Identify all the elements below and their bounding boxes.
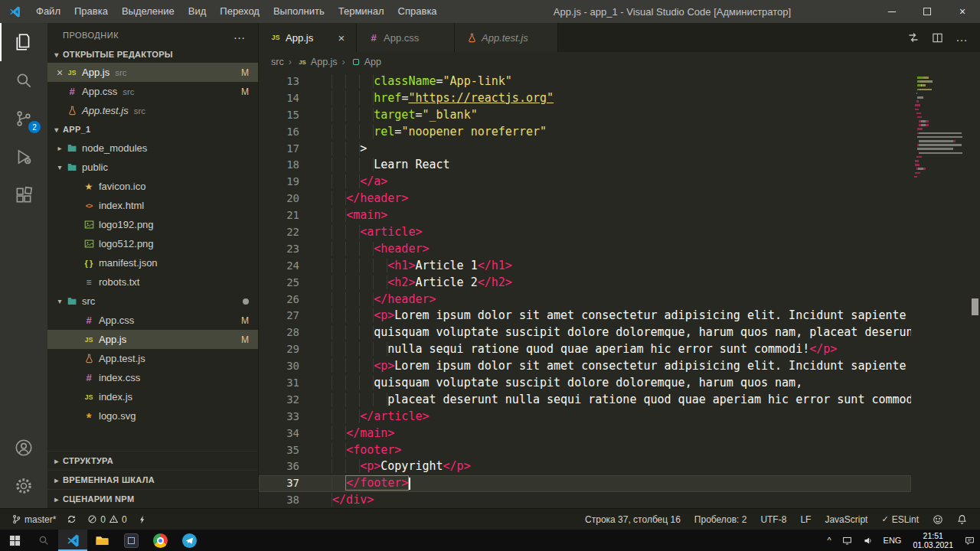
breadcrumb-item-App.js[interactable]: JSApp.js [296, 56, 338, 68]
tray-display-icon[interactable] [837, 530, 858, 551]
code-line-23[interactable]: 23 <header> [259, 241, 911, 258]
code-line-25[interactable]: 25 <h2>Article 2</h2> [259, 275, 911, 292]
code-line-34[interactable]: 34 </main> [259, 425, 911, 442]
open-editor-App.js[interactable]: ×JSApp.jssrcM [47, 63, 258, 82]
sidebar-section-npm-scripts[interactable]: ▸СЦЕНАРИИ NPM [47, 489, 258, 508]
language-indicator[interactable]: ENG [878, 530, 907, 551]
settings-gear-icon[interactable] [0, 467, 47, 505]
menu-run[interactable]: Выполнить [266, 0, 332, 23]
code-line-30[interactable]: 30 <p>Lorem ipsum dolor sit amet consect… [259, 358, 911, 375]
lightning-icon[interactable] [132, 509, 152, 530]
code-line-31[interactable]: 31 quisquam voluptate suscipit dolore do… [259, 375, 911, 392]
cursor-position-status[interactable]: Строка 37, столбец 16 [580, 509, 686, 530]
tree-item-manifest.json[interactable]: { }manifest.json [47, 253, 258, 272]
code-line-13[interactable]: 13 className="App-link" [259, 73, 911, 90]
tree-item-index.css[interactable]: #index.css [47, 368, 258, 387]
more-actions-icon[interactable]: … [234, 32, 247, 38]
menu-terminal[interactable]: Терминал [332, 0, 391, 23]
open-editor-App.test.js[interactable]: App.test.jssrc [47, 101, 258, 120]
start-button[interactable] [0, 530, 29, 551]
code-line-32[interactable]: 32 placeat deserunt nulla sequi ratione … [259, 392, 911, 409]
taskbar-chrome-button[interactable] [145, 530, 175, 551]
code-line-26[interactable]: 26 </header> [259, 292, 911, 308]
breadcrumb-item-src[interactable]: src [271, 57, 284, 67]
code-line-22[interactable]: 22 <article> [259, 224, 911, 241]
tray-volume-icon[interactable] [858, 530, 878, 551]
code-line-20[interactable]: 20 </header> [259, 191, 911, 207]
menu-view[interactable]: Вид [181, 0, 214, 23]
clock[interactable]: 21:51 01.03.2021 [906, 531, 959, 549]
language-status[interactable]: JavaScript [819, 509, 873, 530]
maximize-button[interactable] [910, 0, 945, 23]
sync-icon[interactable] [61, 509, 82, 530]
code-line-16[interactable]: 16 rel="noopener noreferrer" [259, 124, 911, 141]
encoding-status[interactable]: UTF-8 [755, 509, 792, 530]
more-actions-icon[interactable]: … [956, 34, 968, 41]
tree-item-logo192.png[interactable]: logo192.png [47, 215, 258, 234]
split-editor-icon[interactable] [932, 32, 943, 44]
scrollbar-thumb[interactable] [972, 298, 978, 315]
code-line-17[interactable]: 17 > [259, 141, 911, 158]
code-line-21[interactable]: 21 <main> [259, 207, 911, 224]
taskbar-snipping-button[interactable] [116, 530, 145, 551]
code-editor[interactable]: 13 className="App-link"14 href="https://… [259, 72, 980, 508]
account-icon[interactable] [0, 429, 47, 467]
notifications-bell-icon[interactable] [952, 509, 972, 530]
code-line-38[interactable]: 38 </div> [259, 492, 911, 508]
code-line-14[interactable]: 14 href="https://reactjs.org" [259, 90, 911, 107]
close-button[interactable]: × [945, 0, 980, 23]
action-center-icon[interactable] [959, 530, 980, 551]
menu-go[interactable]: Переход [213, 0, 266, 23]
source-control-activity-icon[interactable]: 2 [0, 99, 47, 138]
tree-item-public[interactable]: ▾public [47, 158, 258, 177]
editor-scrollbar[interactable] [970, 72, 980, 508]
open-editors-header[interactable]: ▾ ОТКРЫТЫЕ РЕДАКТОРЫ [47, 46, 258, 63]
tree-item-logo512.png[interactable]: logo512.png [47, 234, 258, 253]
open-editor-App.css[interactable]: #App.csssrcM [47, 82, 258, 101]
tree-item-robots.txt[interactable]: ≡robots.txt [47, 272, 258, 292]
close-tab-icon[interactable]: × [335, 31, 348, 44]
tree-item-App.js[interactable]: JSApp.jsM [47, 330, 258, 349]
tree-item-index.html[interactable]: <>index.html [47, 196, 258, 215]
minimize-button[interactable]: ─ [874, 0, 910, 23]
problems-status[interactable]: 0 0 [82, 509, 132, 530]
eslint-status[interactable]: ✓ ESLint [876, 509, 924, 530]
sidebar-section-timeline[interactable]: ▸ВРЕМЕННАЯ ШКАЛА [47, 470, 258, 489]
open-changes-icon[interactable] [907, 31, 920, 44]
code-line-15[interactable]: 15 target="_blank" [259, 107, 911, 124]
menu-edit[interactable]: Правка [67, 0, 115, 23]
project-root-header[interactable]: ▾ APP_1 [47, 120, 258, 139]
code-line-35[interactable]: 35 <footer> [259, 442, 911, 459]
tree-item-src[interactable]: ▾src [47, 292, 258, 311]
menu-selection[interactable]: Выделение [115, 0, 181, 23]
taskbar-telegram-button[interactable] [175, 530, 204, 551]
sidebar-section-outline[interactable]: ▸СТРУКТУРА [47, 451, 258, 470]
eol-status[interactable]: LF [795, 509, 816, 530]
code-line-36[interactable]: 36 <p>Copyright</p> [259, 458, 911, 475]
feedback-icon[interactable] [927, 509, 949, 530]
run-debug-activity-icon[interactable] [0, 138, 47, 176]
explorer-activity-icon[interactable] [0, 23, 47, 61]
taskbar-vscode-button[interactable] [58, 530, 87, 551]
code-line-24[interactable]: 24 <h1>Article 1</h1> [259, 258, 911, 275]
git-branch-status[interactable]: master* [6, 509, 61, 530]
code-line-29[interactable]: 29 nulla sequi ratione quod quae aperiam… [259, 341, 911, 358]
code-line-19[interactable]: 19 </a> [259, 174, 911, 191]
taskbar-search-button[interactable] [29, 530, 58, 551]
tree-item-node_modules[interactable]: ▸node_modules [47, 139, 258, 158]
tab-App.test.js[interactable]: App.test.js [455, 23, 558, 52]
code-line-37[interactable]: 37 </footer> [259, 475, 911, 492]
code-line-27[interactable]: 27 <p>Lorem ipsum dolor sit amet consect… [259, 308, 911, 324]
search-activity-icon[interactable] [0, 61, 47, 99]
menu-file[interactable]: Файл [29, 0, 67, 23]
code-line-28[interactable]: 28 quisquam voluptate suscipit dolore do… [259, 324, 911, 341]
tab-App.js[interactable]: JSApp.js× [259, 23, 357, 52]
close-icon[interactable]: × [54, 67, 66, 79]
tree-item-App.test.js[interactable]: App.test.js [47, 349, 258, 368]
taskbar-explorer-button[interactable] [87, 530, 116, 551]
tray-chevron-up-icon[interactable]: ^ [822, 530, 836, 551]
tree-item-App.css[interactable]: #App.cssM [47, 311, 258, 330]
tree-item-index.js[interactable]: JSindex.js [47, 387, 258, 406]
code-line-18[interactable]: 18 Learn React [259, 157, 911, 174]
tab-App.css[interactable]: #App.css [357, 23, 455, 52]
